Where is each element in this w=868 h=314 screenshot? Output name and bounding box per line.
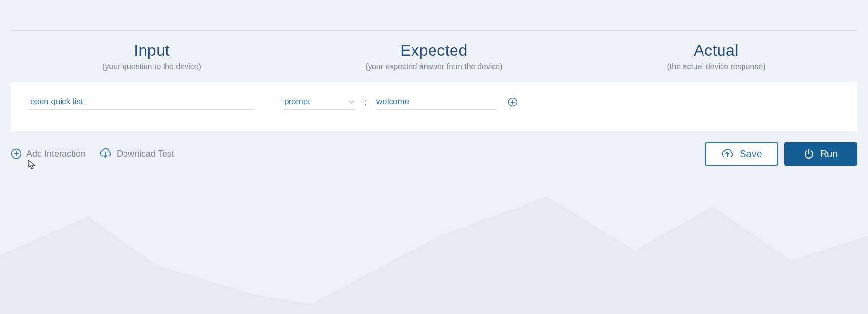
cloud-download-icon	[99, 148, 112, 159]
add-expected-button[interactable]	[508, 97, 517, 107]
column-title-expected: Expected	[293, 42, 575, 60]
add-interaction-label: Add Interaction	[26, 149, 85, 159]
column-expected: Expected (your expected answer from the …	[293, 42, 575, 71]
run-label: Run	[820, 148, 838, 160]
save-button[interactable]: Save	[705, 142, 778, 166]
plus-circle-icon	[508, 97, 517, 107]
column-input: Input (your question to the device)	[11, 42, 293, 71]
power-icon	[804, 148, 814, 159]
divider	[11, 30, 857, 31]
column-sub-actual: (the actual device response)	[575, 63, 857, 71]
input-question-field[interactable]	[29, 94, 254, 110]
column-title-actual: Actual	[575, 42, 857, 60]
column-sub-expected: (your expected answer from the device)	[293, 63, 575, 71]
expected-value-field[interactable]	[375, 94, 497, 110]
add-interaction-button[interactable]: Add Interaction	[11, 148, 85, 159]
actions-row: Add Interaction Download Test Sav	[11, 142, 857, 166]
column-title-input: Input	[11, 42, 293, 60]
column-actual: Actual (the actual device response)	[575, 42, 857, 71]
columns-header: Input (your question to the device) Expe…	[11, 42, 857, 71]
background-mountains	[0, 177, 868, 314]
expected-type-select[interactable]	[283, 94, 355, 110]
save-label: Save	[740, 148, 762, 160]
expected-type-value[interactable]	[283, 94, 355, 110]
column-sub-input: (your question to the device)	[11, 63, 293, 71]
expected-separator: :	[362, 97, 369, 107]
download-test-label: Download Test	[117, 149, 174, 159]
download-test-button[interactable]: Download Test	[99, 148, 174, 159]
plus-circle-icon	[11, 148, 21, 159]
interaction-row: :	[11, 82, 857, 131]
cloud-upload-icon	[721, 148, 734, 159]
run-button[interactable]: Run	[784, 142, 857, 166]
